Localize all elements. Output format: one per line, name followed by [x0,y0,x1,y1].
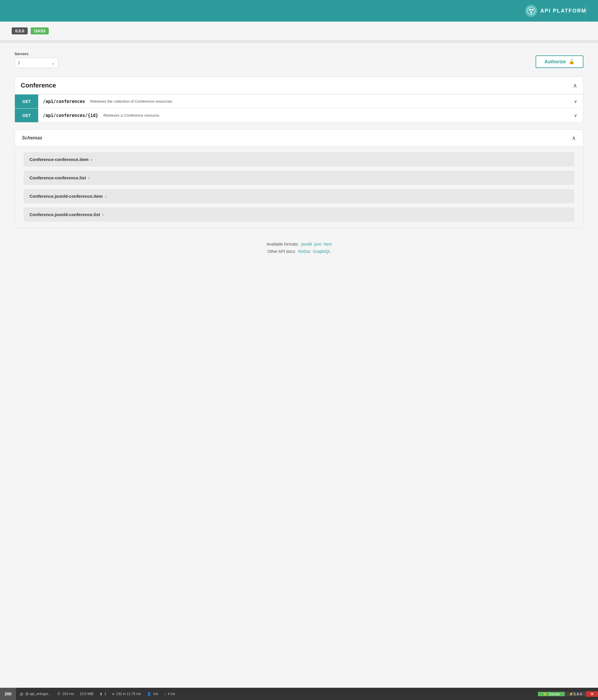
schema-item[interactable]: Conference.jsonld-conference.item › [24,189,574,203]
status-items: @ @ api_entrypo... ⏱ 163 ms 10.0 MiB ⬇ 1… [16,692,538,696]
status-server: ⚡ Server [538,692,565,696]
schemas-section: Schemas ∧ Conference-conference.item › C… [15,129,583,228]
schema-chevron-right-icon-4: › [102,212,104,217]
status-code: 200 [0,688,16,700]
status-other-ms-text: 4 ms [168,692,175,696]
format-link-jsonld[interactable]: jsonld [301,242,312,247]
servers-label: Servers [15,52,58,56]
svg-line-9 [586,8,591,12]
svg-line-11 [586,3,589,7]
conference-toggle-icon: ∧ [573,82,577,89]
schemas-title: Schemas [22,135,42,141]
version-badge: 0.0.0 [12,27,28,34]
svg-point-0 [527,7,535,15]
endpoint-method-get: GET [15,95,38,108]
query-icon: ≡ [112,692,114,696]
schema-chevron-right-icon-3: › [105,194,106,199]
endpoint-row[interactable]: GET /api/conferences Retrieves the colle… [15,94,583,108]
brand: API PLATFORM [525,5,586,17]
endpoint-content-2: /api/conferences/{id} Retrieves a Confer… [38,109,568,122]
status-auth: 👤 n/a [147,692,158,696]
auth-icon: 👤 [147,692,151,696]
format-link-html[interactable]: html [324,242,331,247]
schema-chevron-right-icon-2: › [88,176,90,180]
servers-group: Servers / ⌄ [15,52,58,68]
sf-icon: ⚡ [543,692,547,696]
conference-section-header[interactable]: Conference ∧ [15,77,583,94]
status-memory: 10.0 MiB [80,692,93,696]
conference-section: Conference ∧ GET /api/conferences Retrie… [15,77,583,123]
schema-item[interactable]: Conference-conference.item › [24,152,574,167]
endpoint-path-2: /api/conferences/{id} [43,113,101,118]
status-requests: ⬇ 1 [99,692,106,696]
status-url-text: @ api_entrypo... [25,692,51,696]
status-queries-text: 132 in 11.76 ms [116,692,141,696]
available-formats-row: Available formats: jsonld json html [20,241,578,248]
schema-name-3: Conference.jsonld-conference.item [29,194,103,199]
endpoint-method-get-2: GET [15,108,38,122]
footer-info: Available formats: jsonld json html Othe… [15,235,583,261]
schema-name-4: Conference.jsonld-conference.list [29,212,100,217]
schema-item[interactable]: Conference-conference.list › [24,171,574,185]
available-formats-label: Available formats: [266,242,299,247]
format-link-json[interactable]: json [314,242,322,247]
status-auth-text: n/a [153,692,158,696]
endpoint-content: /api/conferences Retrieves the collectio… [38,95,568,108]
endpoint-path: /api/conferences [43,99,88,104]
status-other-ms: ↓ 4 ms [164,692,175,696]
time-icon: ⏱ [57,692,61,696]
lock-icon: 🔓 [569,59,575,65]
status-memory-text: 10.0 MiB [80,692,93,696]
schemas-body: Conference-conference.item › Conference-… [15,146,583,227]
endpoint-description-2: Retrieves a Conference resource. [101,113,563,118]
header-divider [0,41,598,43]
download-icon: ↓ [164,692,166,696]
status-time-text: 163 ms [63,692,74,696]
status-close-button[interactable]: ✕ [586,691,598,697]
close-icon: ✕ [590,691,594,697]
status-time: ⏱ 163 ms [57,692,74,696]
status-version: ⚡ 5.4.4 [565,692,586,696]
schema-chevron-right-icon-1: › [91,157,93,162]
endpoint-chevron-down-icon-2: ∨ [568,108,583,122]
brand-title: API PLATFORM [540,8,586,14]
schema-name-1: Conference-conference.item [29,157,89,162]
endpoint-chevron-down-icon: ∨ [568,95,583,108]
schema-item[interactable]: Conference.jsonld-conference.list › [24,207,574,222]
request-icon: ⬇ [99,692,103,696]
authorize-label: Authorize [544,59,566,65]
authorize-button[interactable]: Authorize 🔓 [535,55,583,68]
endpoint-row[interactable]: GET /api/conferences/{id} Retrieves a Co… [15,108,583,122]
main-content: Servers / ⌄ Authorize 🔓 Conference ∧ GET… [0,43,598,700]
conference-section-title: Conference [21,82,56,89]
servers-select-wrapper[interactable]: / ⌄ [15,58,58,68]
schema-name-2: Conference-conference.list [29,175,86,180]
redoc-link[interactable]: ReDoc [298,249,311,254]
status-bar: 200 @ @ api_entrypo... ⏱ 163 ms 10.0 MiB… [0,688,598,700]
graphiql-link[interactable]: GraphiQL [313,249,331,254]
status-right: ⚡ Server ⚡ 5.4.4 ✕ [538,691,598,697]
servers-select[interactable]: / [15,58,58,68]
version-text: 5.4.4 [573,692,582,696]
schemas-toggle-icon: ∧ [572,134,576,142]
url-icon: @ [20,692,23,696]
other-docs-row: Other API docs: ReDoc GraphiQL [20,248,578,255]
status-url: @ @ api_entrypo... [20,692,51,696]
status-requests-text: 1 [104,692,106,696]
endpoint-description: Retrieves the collection of Conference r… [88,99,564,103]
oas-badge: OAS3 [31,27,49,34]
brand-logo [525,5,537,17]
status-queries: ≡ 132 in 11.76 ms [112,692,141,696]
server-label: Server [549,692,560,696]
sf-logo-icon: ⚡ [569,692,573,696]
badges-row: 0.0.0 OAS3 [0,22,598,41]
schemas-section-header[interactable]: Schemas ∧ [15,130,583,146]
servers-row: Servers / ⌄ Authorize 🔓 [15,52,583,68]
page-header: API PLATFORM [0,0,598,22]
other-docs-label: Other API docs: [267,249,296,254]
